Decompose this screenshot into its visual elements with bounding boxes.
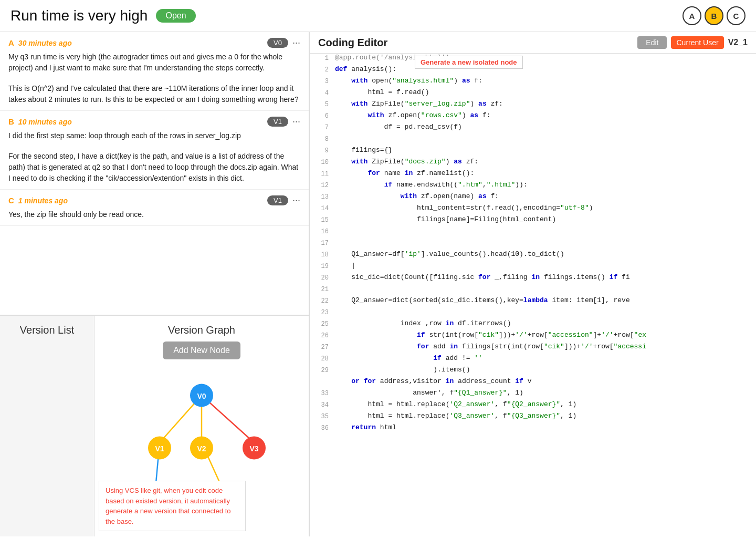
version-panel: Version List Version Graph Add New Node bbox=[0, 316, 309, 536]
code-line-3: 3 with open("analysis.html") as f: bbox=[310, 77, 756, 88]
main-layout: A 30 minutes ago V0 ··· My q3 run time i… bbox=[0, 32, 756, 536]
code-line-13: 13 with zf.open(name) as f: bbox=[310, 192, 756, 204]
comment-text-a-1: My q3 run time is very high (the autogra… bbox=[8, 51, 300, 74]
comment-author-c: C bbox=[8, 196, 14, 205]
discussion-area: A 30 minutes ago V0 ··· My q3 run time i… bbox=[0, 32, 309, 316]
comment-header-b: B 10 minutes ago V1 ··· bbox=[8, 116, 300, 127]
status-badge: Open bbox=[156, 9, 195, 23]
code-line-29: 29 ).items() bbox=[310, 366, 756, 377]
comment-version-c: V1 bbox=[267, 195, 288, 205]
code-line-12: 12 if name.endswith((".htm",".html")): bbox=[310, 181, 756, 192]
code-line-17: 17 bbox=[310, 239, 756, 250]
code-line-4: 4 html = f.read() bbox=[310, 88, 756, 100]
comment-time-c: 1 minutes ago bbox=[18, 196, 68, 205]
comment-block: A 30 minutes ago V0 ··· My q3 run time i… bbox=[0, 32, 309, 111]
left-panel: A 30 minutes ago V0 ··· My q3 run time i… bbox=[0, 32, 310, 536]
version-graph-tab: Version Graph Add New Node bbox=[94, 316, 309, 536]
comment-text-c-1: Yes, the zip file should only be read on… bbox=[8, 209, 300, 220]
code-line-23: 23 bbox=[310, 308, 756, 319]
version-list-label: Version List bbox=[20, 324, 74, 336]
code-line-27: 27 for add in filings[str(int(row["cik"]… bbox=[310, 343, 756, 354]
code-line-26: 26 if str(int(row["cik"]))+'/'+row["acce… bbox=[310, 331, 756, 343]
editor-title: Coding Editor bbox=[318, 37, 387, 49]
avatar-b[interactable]: B bbox=[705, 6, 723, 25]
code-line-33-pre: or for address,visitor in address_count … bbox=[310, 377, 756, 389]
code-line-8: 8 bbox=[310, 134, 756, 146]
current-user-badge: Current User bbox=[671, 36, 723, 49]
svg-text:V2: V2 bbox=[197, 444, 206, 453]
comment-version-a: V0 bbox=[267, 38, 288, 48]
avatar-a[interactable]: A bbox=[682, 6, 701, 25]
code-line-11: 11 for name in zf.namelist(): bbox=[310, 169, 756, 181]
code-line-16: 16 bbox=[310, 227, 756, 239]
comment-version-b: V1 bbox=[267, 117, 288, 127]
edit-button[interactable]: Edit bbox=[637, 36, 667, 49]
generate-node-callout: Generate a new isolated node bbox=[415, 56, 523, 69]
comment-header-c: C 1 minutes ago V1 ··· bbox=[8, 195, 300, 206]
code-line-36: 36 return html bbox=[310, 423, 756, 435]
code-line-5: 5 with ZipFile("server_log.zip") as zf: bbox=[310, 100, 756, 111]
code-line-9: 9 filings={} bbox=[310, 146, 756, 158]
version-list-tab[interactable]: Version List bbox=[0, 316, 94, 536]
svg-text:V1: V1 bbox=[155, 444, 164, 453]
code-editor[interactable]: 1 @app.route('/analysis.html') 2 def ana… bbox=[310, 54, 756, 536]
right-panel: Coding Editor Edit Current User V2_1 Gen… bbox=[310, 32, 756, 536]
code-line-18: 18 Q1_answer=df['ip'].value_counts().hea… bbox=[310, 250, 756, 262]
comment-text-b-2: For the second step, I have a dict(key i… bbox=[8, 151, 300, 184]
comment-text-b-1: I did the first step same: loop through … bbox=[8, 130, 300, 141]
code-line-15: 15 filings[name]=Filing(html_content) bbox=[310, 215, 756, 227]
code-line-7: 7 df = pd.read_csv(f) bbox=[310, 123, 756, 134]
editor-version-label: V2_1 bbox=[728, 38, 748, 47]
code-line-25: 25 index ,row in df.iterrows() bbox=[310, 319, 756, 331]
comment-time-b: 10 minutes ago bbox=[18, 118, 72, 126]
version-graph-label: Version Graph bbox=[168, 324, 235, 336]
comment-more-c[interactable]: ··· bbox=[292, 195, 300, 206]
code-line-21: 21 bbox=[310, 285, 756, 296]
header: Run time is very high Open A B C bbox=[0, 0, 756, 32]
comment-header: A 30 minutes ago V0 ··· bbox=[8, 37, 300, 48]
code-line-34: 34 html = html.replace('Q2_answer', f"{Q… bbox=[310, 400, 756, 412]
code-line-1: 1 @app.route('/analysis.html') bbox=[310, 54, 756, 65]
editor-header: Coding Editor Edit Current User V2_1 bbox=[310, 32, 756, 54]
code-line-10: 10 with ZipFile("docs.zip") as zf: bbox=[310, 158, 756, 169]
comment-more-b[interactable]: ··· bbox=[292, 116, 300, 127]
comment-block-b: B 10 minutes ago V1 ··· I did the first … bbox=[0, 111, 309, 190]
svg-text:V0: V0 bbox=[197, 392, 206, 400]
code-line-33: 33 answer', f"{Q1_answer}", 1) bbox=[310, 389, 756, 400]
comment-more-a[interactable]: ··· bbox=[292, 37, 300, 48]
svg-text:V3: V3 bbox=[249, 444, 258, 453]
avatar-group: A B C bbox=[682, 6, 746, 25]
vcs-tooltip: Using VCS like git, when you edit code b… bbox=[99, 481, 246, 531]
code-line-20: 20 sic_dic=dict(Count([filing.sic for _,… bbox=[310, 273, 756, 285]
comment-block-c: C 1 minutes ago V1 ··· Yes, the zip file… bbox=[0, 190, 309, 226]
page-title: Run time is very high bbox=[10, 7, 148, 24]
code-line-19: 19 | bbox=[310, 262, 756, 273]
comment-text-a-2: This is O(n^2) and I've calculated that … bbox=[8, 83, 300, 105]
code-line-28: 28 if add != '' bbox=[310, 354, 756, 366]
add-node-button[interactable]: Add New Node bbox=[163, 342, 240, 359]
code-line-6: 6 with zf.open("rows.csv") as f: bbox=[310, 111, 756, 123]
comment-time-a: 30 minutes ago bbox=[18, 39, 72, 47]
code-line-2: 2 def analysis(): bbox=[310, 65, 756, 77]
comment-author-b: B bbox=[8, 117, 14, 126]
code-line-22: 22 Q2_answer=dict(sorted(sic_dic.items()… bbox=[310, 296, 756, 308]
code-line-35: 35 html = html.replace('Q3_answer', f"{Q… bbox=[310, 412, 756, 423]
avatar-c[interactable]: C bbox=[727, 6, 746, 25]
comment-author-a: A bbox=[8, 38, 14, 47]
code-line-14: 14 html_content=str(f.read(),encoding="u… bbox=[310, 204, 756, 215]
